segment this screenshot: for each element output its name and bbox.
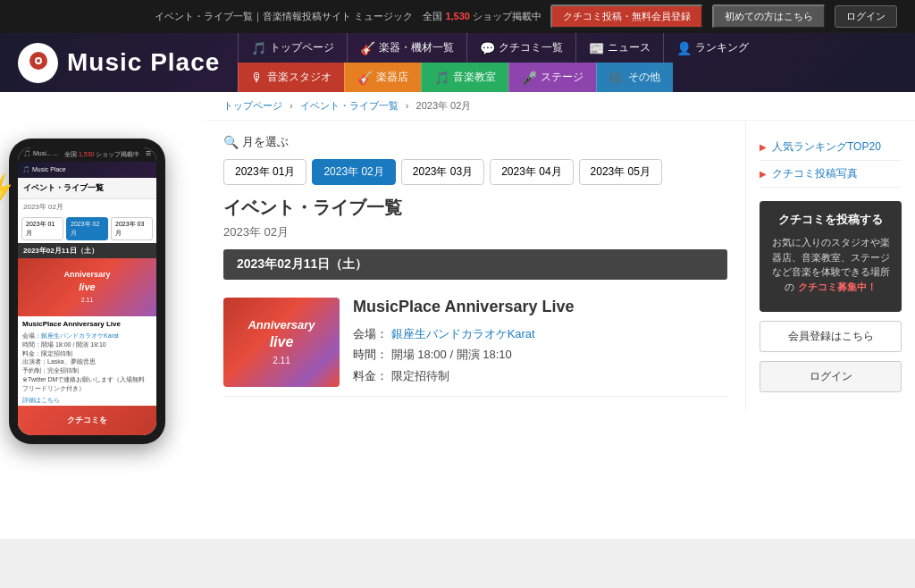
phone-month-label: 2023年 02月 [18,199,156,214]
first-time-button[interactable]: 初めての方はこちら [712,4,826,29]
phone-tab-feb[interactable]: 2023年 02月 [66,217,108,240]
venue-link[interactable]: 銀座生バンドカラオケKarat [391,327,535,340]
nav-music-school[interactable]: 🎵 音楽教室 [421,63,508,92]
logo[interactable]: Music Place [0,33,238,92]
phone-event-title: MusicPlace Anniversary Live [18,316,156,330]
register-button[interactable]: クチコミ投稿・無料会員登録 [550,4,703,29]
reviews-icon: 💬 [480,41,495,55]
kuchikomi-box-title: クチコミを投稿する [770,212,891,228]
event-title: MusicPlace Anniversary Live [353,298,727,316]
month-tab-may[interactable]: 2023年 05月 [579,159,662,185]
ranking-arrow-icon: ▶ [760,142,767,152]
nav-top[interactable]: 🎵 トップページ [238,33,347,63]
phone-screen: 🎵 Musi... ... 全国 1,530 ショップ掲載中 ☰ 🎵 Music… [18,147,156,435]
phone-date-header: 2023年02月11日（土） [18,243,156,258]
logo-icon [18,43,58,83]
nav-row-2: 🎙 音楽スタジオ 🎸 楽器店 🎵 音楽教室 🎤 ステージ 🎼 その他 [238,63,915,92]
month-selector: 🔍 月を選ぶ 2023年 01月 2023年 02月 2023年 03月 202… [223,134,727,185]
breadcrumb-events[interactable]: イベント・ライブ一覧 [300,100,399,111]
phone-event-details: 会場：銀座生バンドカラオケKarat 時間：開場 18:00 / 開演 18:1… [18,330,156,406]
phone-frame: 🎵 Musi... ... 全国 1,530 ショップ掲載中 ☰ 🎵 Music… [9,139,165,444]
breadcrumb: トップページ › イベント・ライブ一覧 › 2023年 02月 [206,92,915,121]
site-header: Music Place 🎵 トップページ 🎸 楽器・機材一覧 💬 クチコミ一覧 … [0,33,915,92]
date-section-header: 2023年02月11日（土） [223,249,727,280]
breadcrumb-top[interactable]: トップページ [223,100,282,111]
instruments-icon: 🎸 [360,41,375,55]
month-tab-mar[interactable]: 2023年 03月 [401,159,484,185]
phone-tab-jan[interactable]: 2023年 01月 [21,217,63,240]
nav-studio[interactable]: 🎙 音楽スタジオ [238,63,344,92]
news-icon: 📰 [589,41,604,55]
kuchikomi-highlight: クチコミ募集中！ [798,281,877,292]
content-area: トップページ › イベント・ライブ一覧 › 2023年 02月 🔍 月を選ぶ 2… [206,92,915,539]
main-content: 🔍 月を選ぶ 2023年 01月 2023年 02月 2023年 03月 202… [206,121,745,410]
phone-kuchikomi-banner: クチコミを [18,406,156,435]
ranking-icon: 👤 [676,41,692,55]
studio-icon: 🎙 [251,71,264,85]
sidebar-ranking-link[interactable]: ▶ 人気ランキングTOP20 [760,134,902,161]
nav-ranking[interactable]: 👤 ランキング [663,33,761,63]
sidebar-login-btn[interactable]: ログイン [760,361,902,392]
logo-text: Music Place [67,48,220,77]
nav-stage[interactable]: 🎤 ステージ [508,63,596,92]
breadcrumb-current: 2023年 02月 [416,100,472,111]
phone-section-title: イベント・ライブ一覧 [18,178,156,199]
main-nav: 🎵 トップページ 🎸 楽器・機材一覧 💬 クチコミ一覧 📰 ニュース 👤 ランキ… [238,33,915,92]
event-info: 会場： 銀座生バンドカラオケKarat 時間： 開場 18:00 / 開演 18… [353,323,727,386]
sidebar-kuchikomi-box: クチコミを投稿する お気に入りのスタジオや楽器店、音楽教室、ステージなど音楽を体… [760,201,902,312]
nav-reviews[interactable]: 💬 クチコミ一覧 [466,33,575,63]
sidebar: ▶ 人気ランキングTOP20 ▶ クチコミ投稿写真 クチコミを投稿する お気に入… [745,121,915,410]
page-title: イベント・ライブ一覧 [223,196,727,220]
page-subtitle: 2023年 02月 [223,224,727,240]
svg-point-2 [37,59,40,63]
month-tab-apr[interactable]: 2023年 04月 [490,159,573,185]
month-tabs: 2023年 01月 2023年 02月 2023年 03月 2023年 04月 … [223,159,662,185]
phone-month-tabs: 2023年 01月 2023年 02月 2023年 03月 [18,214,156,243]
phone-header: 🎵 Music Place [18,162,156,178]
event-card: Anniversary live 2.11 MusicPlace Anniver… [223,289,727,397]
kuchikomi-box-desc: お気に入りのスタジオや楽器店、音楽教室、ステージなど音楽を体験できる場所の クチ… [770,235,891,294]
content-body: 🔍 月を選ぶ 2023年 01月 2023年 02月 2023年 03月 202… [206,121,915,410]
top-icon: 🎵 [251,41,266,55]
search-icon: 🔍 [223,135,239,149]
photo-arrow-icon: ▶ [760,169,767,179]
sidebar-photo-link[interactable]: ▶ クチコミ投稿写真 [760,161,902,188]
nav-row-1: 🎵 トップページ 🎸 楽器・機材一覧 💬 クチコミ一覧 📰 ニュース 👤 ランキ… [238,33,915,63]
nav-instruments-shop[interactable]: 🎸 楽器店 [344,63,421,92]
month-selector-label: 🔍 月を選ぶ [223,134,289,150]
phone-tab-mar[interactable]: 2023年 03月 [111,217,153,240]
top-bar: イベント・ライブ一覧｜音楽情報投稿サイト ミュージック 全国 1,530 ショッ… [0,0,915,33]
month-tab-jan[interactable]: 2023年 01月 [223,159,306,185]
stage-icon: 🎤 [522,71,537,85]
sidebar-register-btn[interactable]: 会員登録はこちら [760,321,902,352]
shop-count: 1,530 [445,11,470,21]
month-tab-feb[interactable]: 2023年 02月 [312,159,395,185]
mobile-mockup: ⚡ 🎵 Musi... ... 全国 1,530 ショップ掲載中 ☰ 🎵 Mus… [0,139,179,444]
nav-other[interactable]: 🎼 その他 [596,63,673,92]
nav-instruments[interactable]: 🎸 楽器・機材一覧 [347,33,466,63]
gakki-icon: 🎸 [357,71,373,85]
other-icon: 🎼 [609,71,625,85]
phone-top-bar: 🎵 Musi... ... 全国 1,530 ショップ掲載中 ☰ [18,147,156,162]
nav-news[interactable]: 📰 ニュース [575,33,663,63]
kyoshitsu-icon: 🎵 [434,71,449,85]
phone-event-image: Anniversary live 2.11 [18,258,156,316]
top-bar-text: イベント・ライブ一覧｜音楽情報投稿サイト ミュージック 全国 1,530 ショッ… [155,10,541,23]
event-details: MusicPlace Anniversary Live 会場： 銀座生バンドカラ… [353,298,727,387]
login-button[interactable]: ログイン [835,5,897,28]
event-image: Anniversary live 2.11 [223,298,340,387]
